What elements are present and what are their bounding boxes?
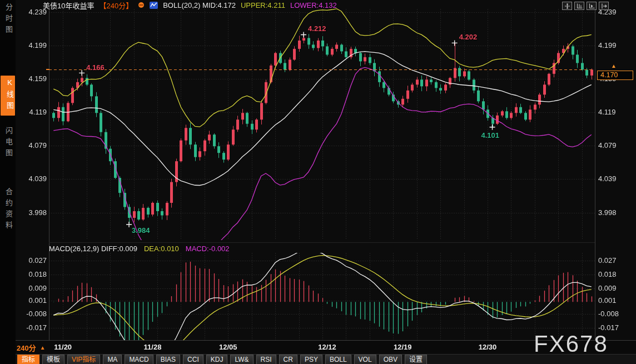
price-annotation: 4.166: [86, 63, 105, 72]
x-axis-date-tick: 12/30: [479, 343, 497, 351]
macd-y-tick-left: 0.001: [16, 296, 47, 305]
left-tab-strip: 分时图K线图闪电图合约资料: [0, 0, 16, 364]
toolbar-button-13[interactable]: BOLL: [325, 355, 351, 364]
macd-header: MACD(26,12,9) DIFF:0.009 DEA:0.010 MACD:…: [49, 245, 230, 253]
chevron-up-icon: ▲: [40, 345, 46, 351]
price-annotation: 4.101: [481, 131, 500, 139]
macd-y-tick-left: -0.017: [16, 323, 47, 332]
toolbar-button-11[interactable]: CR: [279, 355, 297, 364]
toolbar-button-14[interactable]: VOL: [354, 355, 376, 364]
instrument-title: 美债10年收益率: [43, 0, 94, 11]
minus-circle-icon[interactable]: [138, 2, 145, 8]
price-annotation: 3.984: [132, 226, 150, 235]
boll-lower-label: LOWER:4.132: [290, 1, 337, 9]
price-annotation: 4.212: [308, 24, 326, 33]
price-marker-icon: ▲: [611, 63, 617, 69]
macd-y-tick-left: 0.009: [16, 284, 47, 292]
period-label: 【240分】: [99, 0, 133, 11]
main-y-tick-right: 3.998: [598, 208, 617, 217]
main-y-tick-left: 4.159: [16, 74, 47, 83]
macd-y-tick-left: 0.027: [16, 256, 47, 265]
sidebar-tab-3[interactable]: 闪电图: [2, 127, 14, 160]
toolbar-button-3[interactable]: VIP指标: [67, 355, 100, 364]
toolbar-button-15[interactable]: OBV: [379, 355, 402, 364]
axis-scale-icon[interactable]: [574, 2, 584, 10]
macd-hist-label: MACD:-0.002: [186, 245, 230, 253]
crosshair-move-icon[interactable]: [562, 2, 572, 10]
main-y-tick-right: 4.119: [598, 108, 616, 116]
main-y-tick-right: 4.039: [598, 174, 617, 183]
main-y-tick-left: 4.199: [16, 41, 47, 49]
boll-upper-label: UPPER:4.211: [241, 1, 285, 9]
main-y-tick-left: 4.239: [16, 8, 47, 16]
toolbar-button-6[interactable]: BIAS: [156, 355, 180, 364]
macd-y-tick-right: 0.018: [598, 270, 617, 278]
toolbar-button-5[interactable]: MACD: [125, 355, 153, 364]
main-y-tick-left: 4.039: [16, 174, 47, 183]
toolbar-button-10[interactable]: RSI: [256, 355, 276, 364]
toolbar-button-12[interactable]: PSY: [300, 355, 322, 364]
toolbar-button-4[interactable]: MA: [103, 355, 122, 364]
trading-app-window: 分时图K线图闪电图合约资料 美债10年收益率 【240分】 BOLL(20,2)…: [0, 0, 636, 364]
x-axis-date-tick: 12/19: [394, 343, 412, 351]
sidebar-tab-4[interactable]: 合约资料: [2, 188, 14, 232]
toolbar-button-8[interactable]: KDJ: [206, 355, 228, 364]
chart-tool-buttons: [562, 2, 609, 10]
macd-formula-label: MACD(26,12,9) DIFF:0.009: [49, 245, 137, 253]
main-y-tick-left: 3.998: [16, 208, 47, 217]
x-axis-date-tick: 12/05: [219, 343, 237, 351]
main-y-tick-left: 4.079: [16, 141, 47, 149]
toolbar-button-7[interactable]: CCI: [183, 355, 203, 364]
period-selector-label: 240分: [17, 342, 36, 353]
toolbar-button-1[interactable]: 指标: [17, 355, 39, 364]
boll-mid-label: BOLL(20,2) MID:4.172: [163, 1, 236, 9]
macd-y-tick-right: 0.009: [598, 284, 617, 292]
price-annotation: 4.202: [459, 33, 478, 41]
macd-y-tick-right: 0.027: [598, 256, 617, 265]
main-y-tick-right: 4.199: [598, 41, 617, 49]
axis-play-icon[interactable]: [587, 2, 597, 10]
main-y-tick-right: 4.079: [598, 141, 617, 149]
toolbar-button-16[interactable]: 设置: [405, 355, 427, 364]
period-selector[interactable]: 240分 ▲: [17, 342, 46, 353]
macd-y-tick-right: -0.008: [598, 310, 619, 318]
fx678-watermark: FX678: [534, 332, 608, 356]
sidebar-tab-1[interactable]: 分时图: [2, 3, 14, 37]
chart-canvas[interactable]: [0, 0, 636, 364]
toolbar-button-9[interactable]: LW&: [230, 355, 253, 364]
macd-y-tick-left: -0.008: [16, 310, 47, 318]
x-axis-date-tick: 12/12: [318, 343, 336, 351]
x-axis-date-tick: 11/28: [144, 343, 162, 351]
toolbar-button-2[interactable]: 模板: [42, 355, 64, 364]
line-chart-icon[interactable]: [150, 2, 158, 9]
macd-y-tick-right: 0.001: [598, 296, 617, 305]
macd-y-tick-left: 0.018: [16, 270, 47, 278]
x-axis-date-tick: 11/20: [54, 343, 72, 351]
chart-header: 美债10年收益率 【240分】 BOLL(20,2) MID:4.172 UPP…: [43, 1, 337, 9]
sidebar-tab-2[interactable]: K线图: [1, 76, 15, 116]
collapse-right-icon[interactable]: [599, 2, 609, 10]
macd-dea-label: DEA:0.010: [144, 245, 179, 253]
current-price-badge: 4.170: [597, 71, 633, 80]
main-y-tick-left: 4.119: [16, 108, 47, 116]
